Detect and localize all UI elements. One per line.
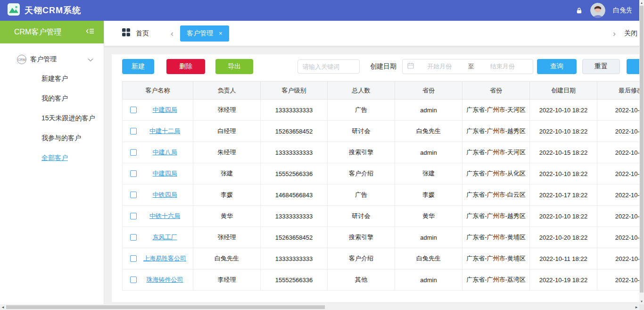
chevron-down-icon xyxy=(88,56,93,63)
tab-scroll-right-icon[interactable]: › xyxy=(613,29,616,38)
table-body: 中建四局 张经理 13333333333 广告 admin 广东省-广州市-天河… xyxy=(123,100,644,291)
username[interactable]: 白兔先生 xyxy=(613,6,632,15)
tab-home[interactable]: 首页 xyxy=(136,29,149,38)
scroll-right-arrow[interactable]: ▶ xyxy=(634,304,639,310)
table-row: 中铁四局 李媛 14684566843 广告 李媛 广东省-广州市-白云区 20… xyxy=(123,184,644,206)
column-header: 省份 xyxy=(462,82,530,100)
created-cell: 2022-10-10 18:22 xyxy=(530,121,597,142)
customer-name-cell: 中建八局 xyxy=(123,142,193,163)
close-tabs-menu[interactable]: 关闭 xyxy=(624,29,637,38)
customer-name-cell: 中铁十六局 xyxy=(123,206,193,227)
created-cell: 2022-10-19 18:22 xyxy=(530,269,597,291)
search-button[interactable]: 查询 xyxy=(537,59,577,74)
owner-cell: 张经理 xyxy=(193,100,261,121)
row-checkbox[interactable] xyxy=(130,170,137,177)
province-detail-cell: 广东省-广州市-白云区 xyxy=(462,184,530,206)
sidebar-item[interactable]: 我的客户 xyxy=(0,89,104,109)
total-cell: 其他 xyxy=(328,269,395,291)
scroll-left-arrow[interactable]: ◀ xyxy=(0,304,6,310)
layout: CRM客户管理 CRM 客户管理 新建客户我的客 xyxy=(0,21,644,304)
customer-name-link[interactable]: 中建八局 xyxy=(137,148,193,157)
customer-name-link[interactable]: 中铁四局 xyxy=(137,191,193,199)
row-checkbox[interactable] xyxy=(130,149,137,156)
sidebar-item[interactable]: 15天未跟进的客户 xyxy=(0,109,104,128)
row-checkbox[interactable] xyxy=(130,276,137,283)
column-header: 最后修改 xyxy=(597,82,644,100)
topbar-right: 白兔先生 xyxy=(576,3,636,18)
province-cell: admin xyxy=(395,142,462,163)
table-row: 中建十二局 白经理 15263658452 研讨会 白兔先生 广东省-广州市-越… xyxy=(123,121,644,142)
sidebar-item-customer-management[interactable]: CRM 客户管理 xyxy=(0,50,104,69)
column-header: 负责人 xyxy=(193,82,261,100)
row-checkbox[interactable] xyxy=(130,234,137,241)
sidebar-title: CRM客户管理 xyxy=(14,27,61,37)
lock-icon[interactable] xyxy=(576,7,583,14)
end-date-placeholder[interactable]: 结束月份 xyxy=(477,62,528,71)
scroll-up-arrow[interactable]: ▲ xyxy=(639,0,644,6)
close-tab-icon[interactable]: × xyxy=(219,30,223,36)
customer-table: 客户名称负责人客户级别总人数省份省份创建日期最后修改 中建四局 张经理 1333… xyxy=(122,81,644,291)
province-cell: admin xyxy=(395,227,462,248)
customer-name-link[interactable]: 中建四局 xyxy=(137,169,193,178)
customer-panel: 新建 删除 导出 创建日期 开始月份 至 xyxy=(112,54,644,302)
avatar[interactable] xyxy=(590,3,605,18)
topbar: 天翎CRM系统 白兔先生 xyxy=(0,0,644,21)
total-cell: 客户介绍 xyxy=(328,163,395,184)
row-checkbox[interactable] xyxy=(130,255,137,262)
row-checkbox[interactable] xyxy=(130,107,137,113)
province-cell: 白兔先生 xyxy=(395,121,462,142)
customer-name-link[interactable]: 上海易胜客公司 xyxy=(137,254,193,263)
delete-button[interactable]: 删除 xyxy=(166,59,205,74)
province-cell: 黄华 xyxy=(395,206,462,227)
row-checkbox[interactable] xyxy=(130,213,137,219)
row-checkbox[interactable] xyxy=(130,128,137,134)
modified-cell: 2022-10-10 xyxy=(597,163,644,184)
customer-name-link[interactable]: 中建四局 xyxy=(137,106,193,114)
province-detail-cell: 广东省-广州市-越秀区 xyxy=(462,206,530,227)
home-grid-icon[interactable] xyxy=(122,28,130,38)
vertical-scroll-thumb[interactable] xyxy=(640,6,644,293)
province-detail-cell: 广东省-广州市-天河区 xyxy=(462,142,530,163)
level-cell: 13333333333 xyxy=(261,142,328,163)
customer-name-link[interactable]: 东风工厂 xyxy=(137,233,193,242)
tab-customer-management[interactable]: 客户管理 × xyxy=(180,25,229,42)
date-range-picker[interactable]: 开始月份 至 结束月份 xyxy=(402,59,533,74)
scroll-down-arrow[interactable]: ▼ xyxy=(639,299,644,304)
created-cell: 2022-10-10 18:22 xyxy=(530,163,597,184)
level-cell: 15552566336 xyxy=(261,269,328,291)
modified-cell: 2022-10-15 xyxy=(597,142,644,163)
customer-name-cell: 中铁四局 xyxy=(123,184,193,206)
start-date-placeholder[interactable]: 开始月份 xyxy=(414,62,465,71)
table-row: 东风工厂 张经理 15263658452 搜索引擎 admin 广东省-广州市-… xyxy=(123,227,644,248)
sidebar-header: CRM客户管理 xyxy=(0,21,104,43)
table-row: 中建四局 张经理 13333333333 广告 admin 广东省-广州市-天河… xyxy=(123,100,644,121)
export-button[interactable]: 导出 xyxy=(215,59,253,74)
table-row: 中建八局 朱经理 13333333333 搜索引擎 admin 广东省-广州市-… xyxy=(123,142,644,163)
sidebar-item[interactable]: 新建客户 xyxy=(0,69,104,89)
horizontal-scroll-thumb[interactable] xyxy=(6,305,325,309)
reset-button[interactable]: 重置 xyxy=(582,59,620,74)
customer-name-link[interactable]: 中建十二局 xyxy=(137,127,193,135)
tab-scroll-left-icon[interactable]: ‹ xyxy=(171,29,173,38)
province-detail-cell: 广东省-广州市-黄埔区 xyxy=(462,227,530,248)
tabbar: 首页 ‹ 客户管理 × › 关闭 xyxy=(104,21,644,46)
new-button[interactable]: 新建 xyxy=(122,59,154,74)
row-checkbox[interactable] xyxy=(130,192,137,198)
customer-name-link[interactable]: 中铁十六局 xyxy=(137,212,193,220)
vertical-scrollbar[interactable]: ▲ ▼ xyxy=(639,0,644,304)
province-cell: 李媛 xyxy=(395,184,462,206)
modified-cell: 2022-10-17 xyxy=(597,184,644,206)
keyword-input[interactable] xyxy=(297,59,360,74)
active-tab-label: 客户管理 xyxy=(187,29,213,38)
sidebar-item[interactable]: 全部客户 xyxy=(0,148,104,168)
horizontal-scrollbar[interactable]: ◀ ▶ xyxy=(0,304,639,310)
province-detail-cell: 广东省-广州市-荔湾区 xyxy=(462,269,530,291)
province-detail-cell: 广东省-广州市-黄埔区 xyxy=(462,248,530,269)
owner-cell: 黄华 xyxy=(193,206,261,227)
owner-cell: 张经理 xyxy=(193,227,261,248)
customer-name-link[interactable]: 珠海铸件公司 xyxy=(137,276,193,284)
sidebar-item[interactable]: 我参与的客户 xyxy=(0,128,104,148)
owner-cell: 李媛 xyxy=(193,184,261,206)
collapse-sidebar-icon[interactable] xyxy=(86,28,94,36)
toolbar: 新建 删除 导出 创建日期 开始月份 至 xyxy=(122,59,644,74)
